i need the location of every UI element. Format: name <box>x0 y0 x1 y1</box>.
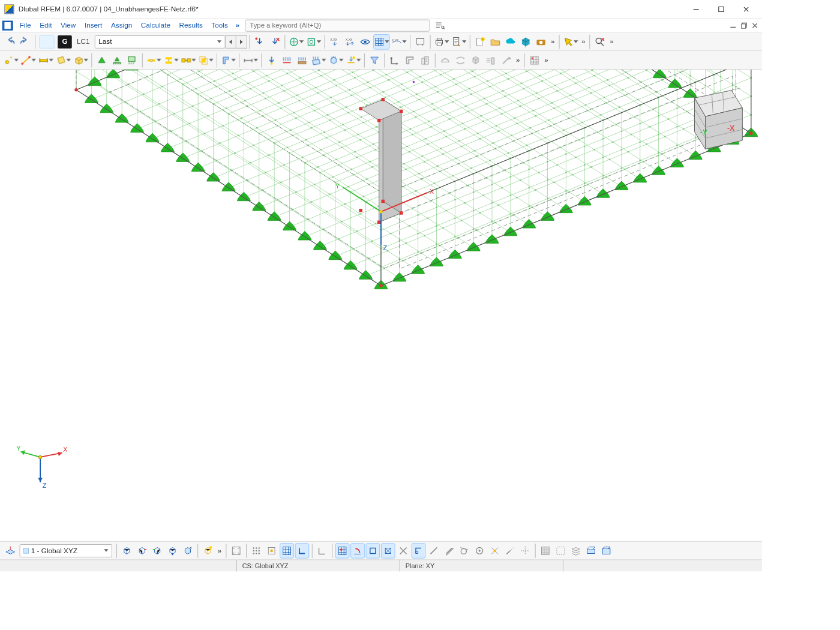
free-load-button[interactable] <box>345 53 361 68</box>
isosurface-button[interactable] <box>469 53 483 68</box>
menu-calculate[interactable]: Calculate <box>137 20 175 31</box>
solid-load-button[interactable] <box>328 53 344 68</box>
result-values-minmax[interactable]: x.xx <box>343 34 357 49</box>
mdi-minimize[interactable] <box>728 21 738 30</box>
line-load-button[interactable] <box>280 53 294 68</box>
grid-button[interactable] <box>250 543 264 558</box>
menu-file[interactable]: File <box>15 20 35 31</box>
show-values-icon[interactable]: x.xx <box>391 34 407 49</box>
snap-intersection-toggle[interactable] <box>397 543 411 558</box>
menu-results[interactable]: Results <box>175 20 207 31</box>
lc-category-chip[interactable] <box>39 35 54 49</box>
section-button[interactable] <box>220 53 236 68</box>
menu-insert[interactable]: Insert <box>80 20 107 31</box>
model-scene[interactable]: XYZ <box>0 70 762 541</box>
global-deform-button[interactable] <box>288 34 304 49</box>
local-deform-button[interactable] <box>305 34 322 49</box>
show-loads-button[interactable] <box>253 34 267 49</box>
wind-sim-button[interactable] <box>484 53 498 68</box>
find-x-button[interactable] <box>593 34 607 49</box>
wireframe-button[interactable] <box>201 543 215 558</box>
navigation-cube[interactable]: -Y -X <box>673 80 749 157</box>
new-surface-button[interactable] <box>55 53 71 68</box>
layers-toggle[interactable] <box>569 543 583 558</box>
nodal-load-button[interactable] <box>265 53 279 68</box>
toolbar2-overflow-2[interactable]: » <box>542 56 551 64</box>
redo-button[interactable] <box>18 34 32 49</box>
nodal-support-button[interactable] <box>95 53 109 68</box>
mdi-close[interactable] <box>750 21 760 30</box>
snap-button[interactable] <box>265 543 279 558</box>
view-x-button[interactable] <box>135 543 149 558</box>
model-manager-button[interactable] <box>518 34 533 49</box>
osnap-mesh-button[interactable] <box>280 543 294 558</box>
snap-parallel-toggle[interactable] <box>442 543 457 558</box>
surface-support-button[interactable] <box>125 53 140 68</box>
open-model-button[interactable] <box>488 34 503 49</box>
snap-nearest-toggle[interactable] <box>488 543 502 558</box>
menu-assign[interactable]: Assign <box>107 20 137 31</box>
undo-button[interactable] <box>3 34 17 49</box>
search-options-button[interactable] <box>432 19 447 31</box>
show-mesh-button[interactable] <box>373 34 389 49</box>
snap-line-toggle[interactable] <box>427 543 441 558</box>
dimension-button[interactable] <box>242 53 259 68</box>
section-display-button[interactable] <box>403 53 417 68</box>
snap-tangent-toggle[interactable] <box>457 543 472 558</box>
3d-viewport[interactable]: XYZ -Y -X X Y Z <box>0 70 762 541</box>
mdi-restore[interactable] <box>739 21 749 30</box>
keyword-search[interactable] <box>245 19 430 31</box>
view-y-button[interactable] <box>150 543 164 558</box>
menu-tools[interactable]: Tools <box>207 20 232 31</box>
member-load-button[interactable] <box>295 53 310 68</box>
toolbar-overflow-3[interactable]: » <box>608 38 616 46</box>
menu-view[interactable]: View <box>56 20 80 31</box>
snap-node-toggle[interactable] <box>366 543 380 558</box>
select-button[interactable] <box>562 34 578 49</box>
rigid-link-button[interactable] <box>180 53 196 68</box>
clip-plane-toggle[interactable] <box>584 543 599 558</box>
report-button[interactable] <box>451 34 467 49</box>
arrow-result-button[interactable] <box>499 53 514 68</box>
filter-button[interactable] <box>367 53 382 68</box>
new-solid-button[interactable] <box>73 53 89 68</box>
menu-edit[interactable]: Edit <box>35 20 56 31</box>
axes-display-button[interactable] <box>388 53 402 68</box>
new-member-button[interactable] <box>38 53 54 68</box>
animation-button[interactable] <box>413 34 427 49</box>
snap-extension-toggle[interactable] <box>503 543 517 558</box>
snap-mid-toggle[interactable] <box>381 543 395 558</box>
ucs-button[interactable] <box>315 543 329 558</box>
new-model-button[interactable] <box>473 34 487 49</box>
menu-overflow[interactable]: » <box>232 20 242 31</box>
envelope-button[interactable] <box>438 53 452 68</box>
workplane-button[interactable] <box>3 543 17 558</box>
guide-grid-toggle[interactable] <box>554 543 568 558</box>
maximize-button[interactable] <box>709 0 734 17</box>
cloud-sync-button[interactable] <box>503 34 518 49</box>
snap-grid-toggle[interactable] <box>335 543 350 558</box>
view-overflow[interactable]: » <box>215 547 224 555</box>
toolbar2-overflow[interactable]: » <box>514 56 522 64</box>
bg-grid-toggle[interactable] <box>538 543 553 558</box>
building-display-button[interactable] <box>418 53 433 68</box>
screenshot-button[interactable] <box>534 34 548 49</box>
print-button[interactable] <box>433 34 449 49</box>
line-support-button[interactable] <box>110 53 124 68</box>
delete-loads-button[interactable] <box>268 34 282 49</box>
surface-load-button[interactable] <box>310 53 326 68</box>
snap-end-toggle[interactable] <box>350 543 365 558</box>
iso-view-button[interactable] <box>120 543 134 558</box>
grid-values-button[interactable] <box>527 53 542 68</box>
view-z-button[interactable] <box>166 543 180 558</box>
smooth-button[interactable] <box>454 53 468 68</box>
intersection-button[interactable] <box>197 53 214 68</box>
toolbar-overflow-1[interactable]: » <box>548 38 557 46</box>
hinge-button[interactable] <box>145 53 161 68</box>
toggle-visibility-button[interactable] <box>358 34 373 49</box>
ortho-button[interactable] <box>295 543 310 558</box>
guideline-toggle[interactable] <box>518 543 533 558</box>
view-invert-button[interactable] <box>181 543 195 558</box>
result-values-xx[interactable]: x.xx <box>328 34 342 49</box>
toolbar-overflow-2[interactable]: » <box>579 38 587 46</box>
